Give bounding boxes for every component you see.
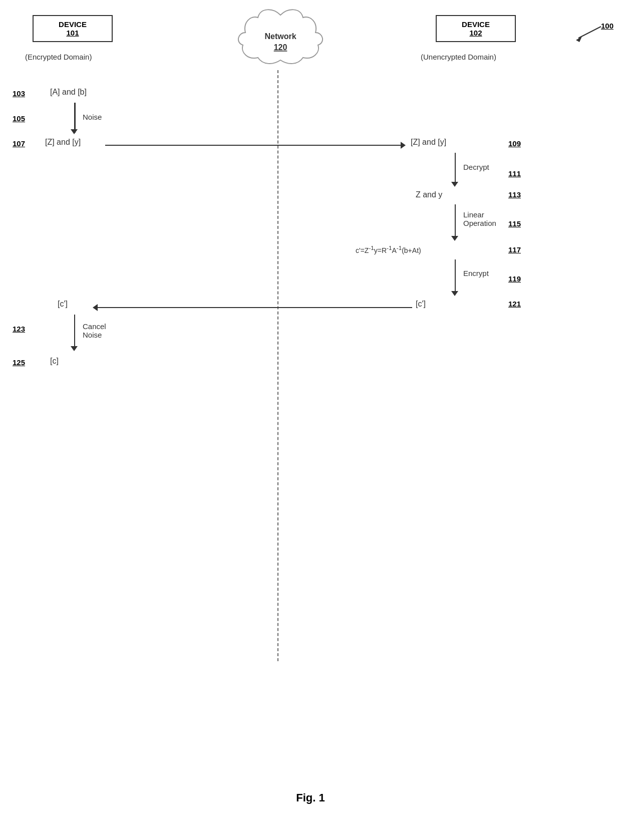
decrypt-label: Decrypt bbox=[463, 163, 489, 171]
device-101-label: DEVICE bbox=[42, 20, 104, 29]
diagram-container: 100 DEVICE 101 (Encrypted Domain) Networ… bbox=[0, 0, 621, 791]
center-dashed-line bbox=[277, 70, 278, 661]
row-121-arrow-left bbox=[93, 304, 412, 311]
device-102-domain: (Unencrypted Domain) bbox=[421, 53, 496, 61]
device-102-box: DEVICE 102 bbox=[436, 15, 516, 42]
noise-arrow-head bbox=[71, 129, 78, 134]
ref-100-arrow: 100 bbox=[531, 19, 616, 46]
noise-arrow-line bbox=[74, 103, 75, 130]
device-101-number: 101 bbox=[42, 29, 104, 37]
ref-119: 119 bbox=[508, 274, 521, 283]
ref-105: 105 bbox=[13, 114, 25, 123]
noise-label: Noise bbox=[83, 113, 102, 121]
row-125-text: [c] bbox=[50, 357, 59, 366]
row-107-arrow-right bbox=[105, 142, 406, 149]
ref-100: 100 bbox=[601, 22, 613, 30]
ref-121: 121 bbox=[508, 300, 521, 308]
ref-107: 107 bbox=[13, 139, 25, 148]
row-103-text: [A] and [b] bbox=[50, 88, 87, 97]
network-cloud: Network 120 bbox=[230, 5, 331, 72]
row-117-text: c'=Z-1y=R-1A-1(b+At) bbox=[356, 244, 421, 254]
ref-125: 125 bbox=[13, 358, 25, 367]
device-102-number: 102 bbox=[445, 29, 507, 37]
svg-text:120: 120 bbox=[274, 43, 287, 52]
svg-text:Network: Network bbox=[264, 32, 296, 41]
ref-111: 111 bbox=[508, 169, 521, 178]
ref-103: 103 bbox=[13, 89, 25, 98]
ref-117: 117 bbox=[508, 245, 521, 254]
ref-115: 115 bbox=[508, 219, 521, 228]
svg-line-0 bbox=[578, 27, 601, 38]
decrypt-arrow-head bbox=[451, 182, 458, 187]
linear-op-label: LinearOperation bbox=[463, 210, 496, 227]
device-101-box: DEVICE 101 bbox=[33, 15, 113, 42]
ref-113: 113 bbox=[508, 190, 521, 199]
row-121-text-left: [c'] bbox=[58, 300, 68, 309]
linear-op-arrow-head bbox=[451, 236, 458, 241]
device-102-label: DEVICE bbox=[445, 20, 507, 29]
fig-caption: Fig. 1 bbox=[0, 791, 621, 804]
ref-109: 109 bbox=[508, 139, 521, 148]
cancel-noise-arrow-head bbox=[71, 346, 78, 351]
encrypt-arrow-line bbox=[455, 259, 456, 292]
row-107-text-left: [Z] and [y] bbox=[45, 138, 81, 147]
decrypt-arrow-line bbox=[455, 153, 456, 183]
cancel-noise-arrow-line bbox=[74, 315, 75, 347]
linear-op-arrow-line bbox=[455, 204, 456, 237]
row-113-text: Z and y bbox=[416, 190, 442, 199]
device-101-domain: (Encrypted Domain) bbox=[25, 53, 92, 61]
ref-123: 123 bbox=[13, 325, 25, 333]
cancel-noise-label: CancelNoise bbox=[83, 322, 106, 339]
row-121-text-right: [c'] bbox=[416, 300, 426, 309]
row-107-text-right: [Z] and [y] bbox=[411, 138, 446, 147]
encrypt-arrow-head bbox=[451, 291, 458, 296]
encrypt-label: Encrypt bbox=[463, 269, 489, 277]
